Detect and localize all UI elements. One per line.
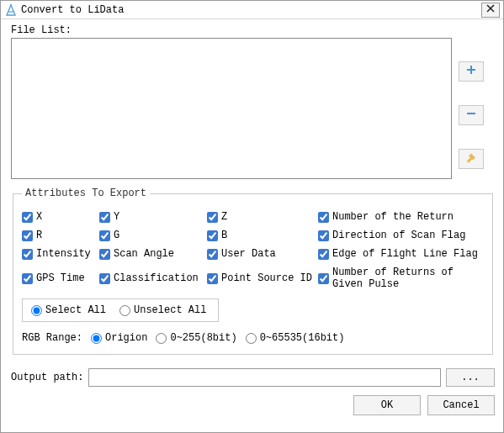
attr-intensity[interactable]: Intensity — [22, 248, 99, 260]
rgb-range-row: RGB Range: Origion 0~255(8bit) 0~65535(1… — [22, 332, 484, 344]
attr-classification-checkbox[interactable] — [99, 273, 110, 284]
attr-classification[interactable]: Classification — [99, 267, 207, 290]
attr-x-checkbox[interactable] — [22, 212, 33, 223]
cancel-button[interactable]: Cancel — [427, 395, 495, 415]
output-path-label: Output path: — [11, 372, 83, 383]
rgb-255-radio[interactable] — [156, 333, 167, 344]
attr-num-return-checkbox[interactable] — [318, 212, 329, 223]
file-list-box[interactable] — [11, 38, 452, 179]
attr-edge-flight[interactable]: Edge of Flight Line Flag — [318, 248, 484, 260]
file-list-row — [11, 38, 495, 179]
attributes-grid: X Y Z Number of the Return R G B Directi… — [22, 211, 484, 290]
attr-r-checkbox[interactable] — [22, 230, 33, 241]
svg-point-2 — [10, 4, 12, 6]
attr-y[interactable]: Y — [99, 211, 207, 223]
close-button[interactable] — [481, 3, 500, 18]
rgb-origion-radio[interactable] — [91, 333, 102, 344]
attr-num-returns-pulse[interactable]: Number of Returns of Given Pulse — [318, 267, 484, 290]
browse-button[interactable]: ... — [446, 368, 495, 387]
attr-r[interactable]: R — [22, 230, 99, 241]
minus-icon — [465, 108, 477, 123]
ok-button[interactable]: OK — [353, 395, 421, 415]
unselect-all-radio[interactable] — [119, 305, 130, 316]
output-path-row: Output path: ... — [11, 368, 495, 387]
attr-dir-scan-flag[interactable]: Direction of Scan Flag — [318, 230, 484, 241]
clear-file-button[interactable] — [459, 149, 484, 169]
rgb-option-origion[interactable]: Origion — [91, 332, 147, 344]
close-icon — [486, 4, 495, 16]
attr-y-checkbox[interactable] — [99, 212, 110, 223]
attr-z-checkbox[interactable] — [207, 212, 218, 223]
attr-gps-time[interactable]: GPS Time — [22, 267, 99, 290]
clear-icon — [465, 151, 477, 166]
svg-marker-0 — [7, 5, 15, 15]
attr-user-data[interactable]: User Data — [207, 248, 318, 260]
attr-b-checkbox[interactable] — [207, 230, 218, 241]
attr-scan-angle[interactable]: Scan Angle — [99, 248, 207, 260]
select-all-option[interactable]: Select All — [31, 304, 106, 316]
attr-x[interactable]: X — [22, 211, 99, 223]
select-mode-group: Select All Unselect All — [22, 298, 219, 322]
attr-num-returns-pulse-checkbox[interactable] — [318, 273, 329, 284]
attr-user-data-checkbox[interactable] — [207, 249, 218, 260]
rgb-option-65535[interactable]: 0~65535(16bit) — [246, 332, 345, 344]
app-icon — [4, 3, 18, 17]
titlebar: Convert to LiData — [1, 1, 503, 19]
attr-scan-angle-checkbox[interactable] — [99, 249, 110, 260]
unselect-all-option[interactable]: Unselect All — [119, 304, 206, 316]
attr-num-return[interactable]: Number of the Return — [318, 211, 484, 223]
attr-dir-scan-flag-checkbox[interactable] — [318, 230, 329, 241]
file-list-side-buttons — [459, 61, 484, 169]
attr-point-source-id-checkbox[interactable] — [207, 273, 218, 284]
select-all-radio[interactable] — [31, 305, 42, 316]
add-file-button[interactable] — [459, 61, 484, 82]
attr-edge-flight-checkbox[interactable] — [318, 249, 329, 260]
plus-icon — [465, 64, 477, 79]
dialog-content: File List: — [1, 19, 503, 432]
attr-point-source-id[interactable]: Point Source ID — [207, 267, 318, 290]
attr-z[interactable]: Z — [207, 211, 318, 223]
attr-g[interactable]: G — [99, 230, 207, 241]
attributes-group: Attributes To Export X Y Z Number of the… — [13, 187, 493, 355]
remove-file-button[interactable] — [459, 105, 484, 125]
rgb-65535-radio[interactable] — [246, 333, 257, 344]
attr-b[interactable]: B — [207, 230, 318, 241]
window-title: Convert to LiData — [21, 4, 481, 16]
rgb-range-label: RGB Range: — [22, 332, 82, 344]
rgb-option-255[interactable]: 0~255(8bit) — [156, 332, 236, 344]
attributes-legend: Attributes To Export — [22, 187, 150, 199]
attr-gps-time-checkbox[interactable] — [22, 273, 33, 284]
dialog-buttons: OK Cancel — [11, 395, 495, 415]
file-list-label: File List: — [11, 24, 495, 36]
dialog-window: Convert to LiData File List: — [0, 0, 504, 433]
attr-intensity-checkbox[interactable] — [22, 249, 33, 260]
attr-g-checkbox[interactable] — [99, 230, 110, 241]
output-path-input[interactable] — [88, 368, 441, 387]
